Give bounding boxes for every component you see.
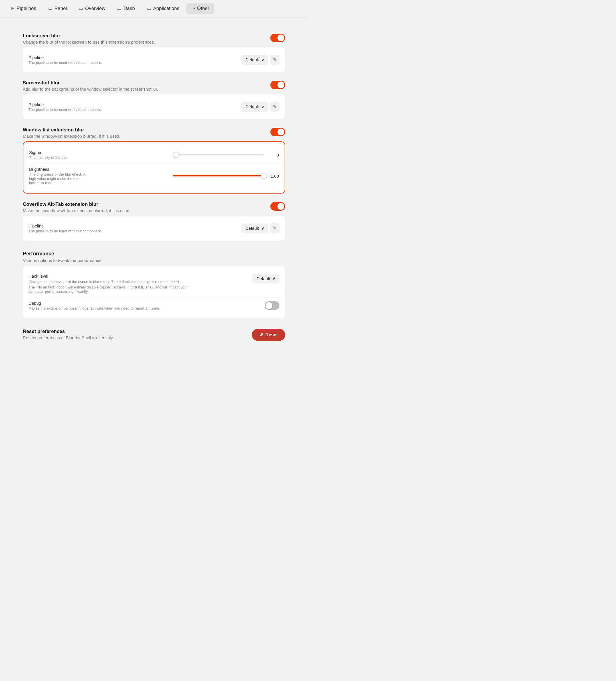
overview-icon: ▭ [79,6,83,11]
coverflow-blur-toggle[interactable] [270,202,285,211]
brightness-row: Brightness The brightness of the blur ef… [29,163,279,188]
coverflow-pipeline-dropdown[interactable]: Default ∨ [241,224,268,233]
lockscreen-blur-toggle[interactable] [270,34,285,42]
screenshot-pipeline-label: Pipeline [28,102,102,107]
coverflow-blur-title: Coverflow Alt-Tab extension blur [23,202,131,207]
hack-level-value: Default [256,276,270,281]
nav-applications-label: Applications [153,6,179,11]
coverflow-pipeline-label: Pipeline [28,224,102,228]
coverflow-pipeline-value: Default [245,226,259,231]
lockscreen-pipeline-value: Default [245,57,259,62]
nav-pipelines-label: Pipelines [17,6,36,11]
nav-pipelines[interactable]: ⊞ Pipelines [6,3,41,14]
reset-desc: Resets preferences of Blur my Shell irre… [23,335,114,340]
nav-other[interactable]: ··· Other [186,3,215,14]
coverflow-blur-section: Coverflow Alt-Tab extension blur Make th… [23,202,285,213]
hack-level-desc2: The "No artifact" option will entirely d… [28,285,194,294]
lockscreen-blur-title: Lockscreen blur [23,33,155,39]
screenshot-blur-desc: Add blur to the background of the window… [23,87,158,92]
coverflow-blur-toggle-knob [277,203,284,210]
debug-row: Debug Makes the extension verbose in log… [28,297,279,314]
nav-panel-label: Panel [54,6,67,11]
nav-overview[interactable]: ▭ Overview [74,3,110,14]
main-content: Lockscreen blur Change the blur of the l… [0,17,308,361]
screenshot-pipeline-edit[interactable]: ✎ [270,102,279,112]
coverflow-pipeline-desc: The pipeline to be used with this compon… [28,229,102,233]
brightness-value: 1.00 [268,174,279,178]
sigma-slider[interactable] [173,152,264,158]
coverflow-edit-icon: ✎ [273,226,277,231]
window-list-blur-section: Window list extension blur Make the wind… [23,127,285,138]
screenshot-blur-toggle-knob [277,81,284,89]
reset-button[interactable]: ↺ Reset [252,329,285,341]
lockscreen-blur-desc: Change the blur of the lockscreen to use… [23,40,155,45]
coverflow-pipeline-edit[interactable]: ✎ [270,223,279,233]
lockscreen-blur-section: Lockscreen blur Change the blur of the l… [23,33,285,45]
debug-toggle[interactable] [265,301,279,310]
other-icon: ··· [191,6,195,11]
hack-level-desc1: Changes the behaviour of the dynamic blu… [28,280,194,284]
navbar: ⊞ Pipelines ▭ Panel ▭ Overview ▭ Dash ▭ … [0,0,308,17]
pipelines-icon: ⊞ [11,6,15,11]
nav-dash[interactable]: ▭ Dash [112,3,140,14]
lockscreen-pipeline-card: Pipeline The pipeline to be used with th… [23,47,285,72]
hack-level-dropdown[interactable]: Default ∨ [252,274,279,283]
performance-title: Performance [23,251,285,257]
reset-title: Reset preferences [23,329,114,334]
window-list-blur-desc: Make the window-list extension blurred, … [23,134,120,138]
sigma-desc: The intensity of the blur. [29,155,86,160]
lockscreen-blur-toggle-knob [277,34,284,41]
screenshot-chevron-icon: ∨ [261,104,264,109]
window-list-blur-toggle-knob [277,129,284,135]
lockscreen-pipeline-label: Pipeline [28,55,102,60]
debug-label: Debug [28,301,160,306]
hack-level-row: Hack level Changes the behaviour of the … [28,270,279,297]
brightness-slider[interactable] [173,173,264,179]
sigma-label: Sigma [29,150,86,155]
hack-level-label: Hack level [28,274,194,278]
lockscreen-pipeline-desc: The pipeline to be used with this compon… [28,60,102,65]
nav-applications[interactable]: ▭ Applications [142,3,184,14]
lockscreen-pipeline-dropdown[interactable]: Default ∨ [241,55,268,65]
applications-icon: ▭ [147,6,151,11]
window-list-blur-title: Window list extension blur [23,127,120,133]
screenshot-pipeline-dropdown[interactable]: Default ∨ [241,102,268,112]
brightness-desc: The brightness of the blur effect, a hig… [29,172,86,185]
nav-dash-label: Dash [123,6,135,11]
dash-icon: ▭ [117,6,122,11]
window-list-blur-toggle[interactable] [270,128,285,136]
window-list-sliders-card: Sigma The intensity of the blur. 0 Brigh… [23,142,285,194]
nav-panel[interactable]: ▭ Panel [43,3,72,14]
coverflow-blur-desc: Make the coverflow alt-tab extension blu… [23,208,131,213]
nav-other-label: Other [197,6,209,11]
nav-overview-label: Overview [85,6,105,11]
debug-toggle-knob [266,302,272,309]
screenshot-blur-toggle[interactable] [270,81,285,89]
screenshot-blur-title: Screenshot blur [23,80,158,86]
sigma-row: Sigma The intensity of the blur. 0 [29,147,279,163]
performance-desc: Various options to tweak the performance… [23,258,285,263]
debug-desc: Makes the extension verbose in logs, act… [28,306,160,310]
screenshot-edit-icon: ✎ [273,104,277,109]
coverflow-pipeline-card: Pipeline The pipeline to be used with th… [23,216,285,241]
hack-level-chevron-icon: ∨ [272,276,275,281]
coverflow-chevron-icon: ∨ [261,226,264,231]
panel-icon: ▭ [48,6,52,11]
reset-icon: ↺ [259,332,263,337]
lockscreen-chevron-icon: ∨ [261,57,264,62]
reset-section: Reset preferences Resets preferences of … [23,329,285,341]
screenshot-pipeline-card: Pipeline The pipeline to be used with th… [23,94,285,119]
screenshot-pipeline-desc: The pipeline to be used with this compon… [28,107,102,112]
screenshot-blur-section: Screenshot blur Add blur to the backgrou… [23,80,285,92]
reset-button-label: Reset [265,332,278,337]
performance-card: Hack level Changes the behaviour of the … [23,266,285,319]
sigma-value: 0 [268,152,279,157]
brightness-label: Brightness [29,167,86,172]
lockscreen-edit-icon: ✎ [273,57,277,62]
screenshot-pipeline-value: Default [245,104,259,109]
lockscreen-pipeline-edit[interactable]: ✎ [270,55,279,65]
